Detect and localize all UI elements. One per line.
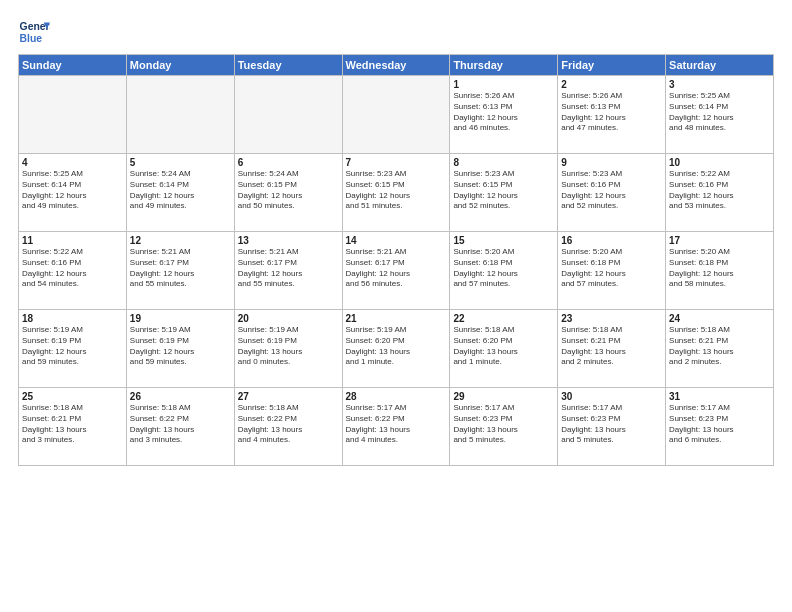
day-number: 30 xyxy=(561,391,662,402)
week-row-2: 11Sunrise: 5:22 AM Sunset: 6:16 PM Dayli… xyxy=(19,232,774,310)
day-info: Sunrise: 5:25 AM Sunset: 6:14 PM Dayligh… xyxy=(669,91,770,134)
calendar-cell: 1Sunrise: 5:26 AM Sunset: 6:13 PM Daylig… xyxy=(450,76,558,154)
col-header-thursday: Thursday xyxy=(450,55,558,76)
day-info: Sunrise: 5:17 AM Sunset: 6:23 PM Dayligh… xyxy=(453,403,554,446)
day-number: 25 xyxy=(22,391,123,402)
calendar-cell: 30Sunrise: 5:17 AM Sunset: 6:23 PM Dayli… xyxy=(558,388,666,466)
day-number: 29 xyxy=(453,391,554,402)
calendar-cell: 10Sunrise: 5:22 AM Sunset: 6:16 PM Dayli… xyxy=(666,154,774,232)
day-info: Sunrise: 5:18 AM Sunset: 6:22 PM Dayligh… xyxy=(130,403,231,446)
calendar-cell: 18Sunrise: 5:19 AM Sunset: 6:19 PM Dayli… xyxy=(19,310,127,388)
day-number: 12 xyxy=(130,235,231,246)
calendar-cell: 31Sunrise: 5:17 AM Sunset: 6:23 PM Dayli… xyxy=(666,388,774,466)
day-info: Sunrise: 5:21 AM Sunset: 6:17 PM Dayligh… xyxy=(130,247,231,290)
calendar-cell: 21Sunrise: 5:19 AM Sunset: 6:20 PM Dayli… xyxy=(342,310,450,388)
col-header-saturday: Saturday xyxy=(666,55,774,76)
day-number: 26 xyxy=(130,391,231,402)
col-header-friday: Friday xyxy=(558,55,666,76)
svg-text:Blue: Blue xyxy=(20,33,43,44)
header: General Blue xyxy=(18,16,774,48)
col-header-tuesday: Tuesday xyxy=(234,55,342,76)
calendar-cell: 9Sunrise: 5:23 AM Sunset: 6:16 PM Daylig… xyxy=(558,154,666,232)
day-number: 6 xyxy=(238,157,339,168)
logo-icon: General Blue xyxy=(18,16,50,48)
calendar-cell: 20Sunrise: 5:19 AM Sunset: 6:19 PM Dayli… xyxy=(234,310,342,388)
day-info: Sunrise: 5:19 AM Sunset: 6:19 PM Dayligh… xyxy=(130,325,231,368)
calendar-cell: 6Sunrise: 5:24 AM Sunset: 6:15 PM Daylig… xyxy=(234,154,342,232)
day-number: 8 xyxy=(453,157,554,168)
day-info: Sunrise: 5:20 AM Sunset: 6:18 PM Dayligh… xyxy=(561,247,662,290)
week-row-3: 18Sunrise: 5:19 AM Sunset: 6:19 PM Dayli… xyxy=(19,310,774,388)
header-row: SundayMondayTuesdayWednesdayThursdayFrid… xyxy=(19,55,774,76)
day-number: 1 xyxy=(453,79,554,90)
calendar-cell: 19Sunrise: 5:19 AM Sunset: 6:19 PM Dayli… xyxy=(126,310,234,388)
calendar-cell: 23Sunrise: 5:18 AM Sunset: 6:21 PM Dayli… xyxy=(558,310,666,388)
calendar-cell xyxy=(234,76,342,154)
day-number: 17 xyxy=(669,235,770,246)
calendar-cell: 5Sunrise: 5:24 AM Sunset: 6:14 PM Daylig… xyxy=(126,154,234,232)
day-info: Sunrise: 5:20 AM Sunset: 6:18 PM Dayligh… xyxy=(669,247,770,290)
calendar-cell: 28Sunrise: 5:17 AM Sunset: 6:22 PM Dayli… xyxy=(342,388,450,466)
calendar-cell: 4Sunrise: 5:25 AM Sunset: 6:14 PM Daylig… xyxy=(19,154,127,232)
day-info: Sunrise: 5:26 AM Sunset: 6:13 PM Dayligh… xyxy=(453,91,554,134)
day-number: 31 xyxy=(669,391,770,402)
day-number: 18 xyxy=(22,313,123,324)
day-number: 10 xyxy=(669,157,770,168)
day-info: Sunrise: 5:23 AM Sunset: 6:16 PM Dayligh… xyxy=(561,169,662,212)
day-info: Sunrise: 5:18 AM Sunset: 6:20 PM Dayligh… xyxy=(453,325,554,368)
calendar-cell: 7Sunrise: 5:23 AM Sunset: 6:15 PM Daylig… xyxy=(342,154,450,232)
day-number: 24 xyxy=(669,313,770,324)
day-info: Sunrise: 5:21 AM Sunset: 6:17 PM Dayligh… xyxy=(346,247,447,290)
calendar-cell xyxy=(342,76,450,154)
day-number: 21 xyxy=(346,313,447,324)
day-info: Sunrise: 5:17 AM Sunset: 6:23 PM Dayligh… xyxy=(561,403,662,446)
calendar-cell: 16Sunrise: 5:20 AM Sunset: 6:18 PM Dayli… xyxy=(558,232,666,310)
day-info: Sunrise: 5:17 AM Sunset: 6:23 PM Dayligh… xyxy=(669,403,770,446)
day-number: 5 xyxy=(130,157,231,168)
calendar-cell: 22Sunrise: 5:18 AM Sunset: 6:20 PM Dayli… xyxy=(450,310,558,388)
logo: General Blue xyxy=(18,16,50,48)
calendar-cell: 26Sunrise: 5:18 AM Sunset: 6:22 PM Dayli… xyxy=(126,388,234,466)
day-info: Sunrise: 5:26 AM Sunset: 6:13 PM Dayligh… xyxy=(561,91,662,134)
day-info: Sunrise: 5:20 AM Sunset: 6:18 PM Dayligh… xyxy=(453,247,554,290)
calendar-cell: 17Sunrise: 5:20 AM Sunset: 6:18 PM Dayli… xyxy=(666,232,774,310)
calendar-cell: 2Sunrise: 5:26 AM Sunset: 6:13 PM Daylig… xyxy=(558,76,666,154)
day-number: 2 xyxy=(561,79,662,90)
calendar-cell: 11Sunrise: 5:22 AM Sunset: 6:16 PM Dayli… xyxy=(19,232,127,310)
day-info: Sunrise: 5:19 AM Sunset: 6:19 PM Dayligh… xyxy=(22,325,123,368)
day-number: 16 xyxy=(561,235,662,246)
week-row-4: 25Sunrise: 5:18 AM Sunset: 6:21 PM Dayli… xyxy=(19,388,774,466)
calendar-cell: 27Sunrise: 5:18 AM Sunset: 6:22 PM Dayli… xyxy=(234,388,342,466)
calendar-cell: 3Sunrise: 5:25 AM Sunset: 6:14 PM Daylig… xyxy=(666,76,774,154)
day-info: Sunrise: 5:21 AM Sunset: 6:17 PM Dayligh… xyxy=(238,247,339,290)
day-number: 15 xyxy=(453,235,554,246)
day-number: 11 xyxy=(22,235,123,246)
day-info: Sunrise: 5:25 AM Sunset: 6:14 PM Dayligh… xyxy=(22,169,123,212)
day-info: Sunrise: 5:19 AM Sunset: 6:20 PM Dayligh… xyxy=(346,325,447,368)
day-number: 14 xyxy=(346,235,447,246)
day-number: 28 xyxy=(346,391,447,402)
day-info: Sunrise: 5:18 AM Sunset: 6:22 PM Dayligh… xyxy=(238,403,339,446)
calendar-cell xyxy=(126,76,234,154)
day-info: Sunrise: 5:22 AM Sunset: 6:16 PM Dayligh… xyxy=(669,169,770,212)
day-number: 13 xyxy=(238,235,339,246)
day-number: 27 xyxy=(238,391,339,402)
calendar-cell: 12Sunrise: 5:21 AM Sunset: 6:17 PM Dayli… xyxy=(126,232,234,310)
calendar-cell: 8Sunrise: 5:23 AM Sunset: 6:15 PM Daylig… xyxy=(450,154,558,232)
day-number: 19 xyxy=(130,313,231,324)
week-row-1: 4Sunrise: 5:25 AM Sunset: 6:14 PM Daylig… xyxy=(19,154,774,232)
day-info: Sunrise: 5:23 AM Sunset: 6:15 PM Dayligh… xyxy=(453,169,554,212)
day-info: Sunrise: 5:23 AM Sunset: 6:15 PM Dayligh… xyxy=(346,169,447,212)
col-header-wednesday: Wednesday xyxy=(342,55,450,76)
calendar-cell xyxy=(19,76,127,154)
calendar-cell: 14Sunrise: 5:21 AM Sunset: 6:17 PM Dayli… xyxy=(342,232,450,310)
day-info: Sunrise: 5:19 AM Sunset: 6:19 PM Dayligh… xyxy=(238,325,339,368)
day-number: 9 xyxy=(561,157,662,168)
col-header-sunday: Sunday xyxy=(19,55,127,76)
day-info: Sunrise: 5:22 AM Sunset: 6:16 PM Dayligh… xyxy=(22,247,123,290)
calendar-cell: 13Sunrise: 5:21 AM Sunset: 6:17 PM Dayli… xyxy=(234,232,342,310)
calendar-cell: 25Sunrise: 5:18 AM Sunset: 6:21 PM Dayli… xyxy=(19,388,127,466)
day-number: 4 xyxy=(22,157,123,168)
col-header-monday: Monday xyxy=(126,55,234,76)
day-info: Sunrise: 5:18 AM Sunset: 6:21 PM Dayligh… xyxy=(561,325,662,368)
